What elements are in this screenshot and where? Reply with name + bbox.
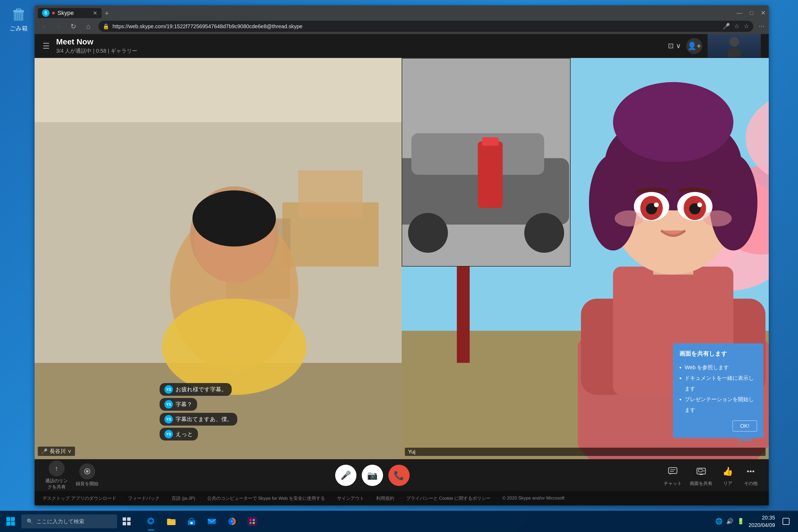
maximize-button[interactable]: □ (750, 10, 753, 17)
subtitle-bubble-1: YS 字幕？ (159, 398, 197, 411)
recycle-bin-icon[interactable]: ごみ箱 (8, 8, 29, 33)
browser-menu-button[interactable]: ⋯ (759, 23, 764, 30)
start-button[interactable] (0, 511, 21, 532)
video-grid: 🎤 長谷川 ∨ (35, 58, 769, 459)
footer-link-public[interactable]: 公共のコンピューターで Skype for Web を安全に使用する (207, 495, 325, 501)
minimize-button[interactable]: — (737, 10, 742, 17)
svg-point-9 (727, 48, 741, 57)
svg-point-57 (698, 203, 702, 207)
bookmark-icon[interactable]: ☆ (734, 23, 740, 30)
volume-icon[interactable]: 🔊 (726, 518, 733, 525)
edge-icon-button[interactable] (141, 511, 161, 532)
add-people-button[interactable]: 👤+ (686, 38, 702, 54)
skype-topbar: ☰ Meet Now 3/4 人が通話中 | 0:58 | ギャラリー ⊡ ∨ … (35, 34, 769, 58)
svg-point-61 (86, 470, 89, 473)
explorer-icon-button[interactable] (162, 511, 181, 532)
video-cell-right: yaki Yuj 画面を共有します Web を参照します ドキュメントを一緒に表… (402, 58, 769, 459)
url-text: https://web.skype.com/19:1522f7725695476… (113, 23, 720, 30)
mail-icon-button[interactable] (202, 511, 221, 532)
slack-icon-button[interactable] (243, 511, 262, 532)
mute-button[interactable]: 🎤 (335, 465, 357, 486)
end-call-button[interactable]: 📞 (388, 465, 410, 486)
firefox-icon (227, 516, 237, 527)
record-icon (79, 463, 95, 479)
task-view-button[interactable] (117, 511, 136, 532)
record-button[interactable]: 録音を開始 (76, 463, 98, 487)
firefox-icon-button[interactable] (222, 511, 242, 532)
share-option-doc[interactable]: ドキュメントを一緒に表示します (685, 373, 757, 394)
browser-addressbar: ‹ › ↻ ⌂ 🔒 https://web.skype.com/19:1522f… (35, 19, 769, 34)
browser-titlebar: S Skype ✕ + — □ ✕ (35, 5, 769, 19)
clock-time: 20:35 (748, 514, 775, 521)
share-link-button[interactable]: ↑ 通話のリンクを共有 (45, 460, 68, 490)
share-popup-ok-button[interactable]: OK! (733, 421, 757, 432)
taskbar-clock[interactable]: 20:35 2020/04/09 (748, 514, 775, 529)
more-options-label: その他 (744, 480, 758, 487)
camera-button-icon: 📷 (367, 470, 378, 480)
share-screen-button[interactable]: 画面を共有 (690, 464, 712, 487)
svg-rect-83 (167, 519, 171, 520)
footer-link-signout[interactable]: サインアウト (337, 495, 364, 501)
mic-icon: 🎤 (41, 448, 48, 455)
svg-rect-77 (11, 521, 15, 526)
skype-app: ☰ Meet Now 3/4 人が通話中 | 0:58 | ギャラリー ⊡ ∨ … (35, 34, 769, 506)
microphone-icon: 🎤 (723, 23, 730, 30)
read-mode-icon[interactable]: ☆ (744, 23, 749, 30)
tab-close-button[interactable]: ✕ (93, 10, 97, 16)
refresh-button[interactable]: ↻ (69, 22, 78, 31)
footer-link-privacy[interactable]: プライバシーと Cookie に関するポリシー (406, 495, 491, 501)
svg-point-18 (162, 299, 306, 395)
subtitle-area: YS お疲れ様です字幕。 YS 字幕？ YS 字幕出てますあ、僕。 YS えっと (159, 383, 237, 440)
home-button[interactable]: ⌂ (83, 22, 93, 31)
taskbar: 🔍 ここに入力して検索 (0, 511, 798, 532)
forward-button[interactable]: › (54, 22, 63, 31)
svg-point-36 (408, 213, 448, 253)
subtitle-avatar-2: YS (165, 415, 173, 423)
footer-link-language[interactable]: 言語 (ja-JP) (172, 495, 195, 501)
share-option-web[interactable]: Web を参照します (685, 362, 757, 373)
svg-rect-76 (6, 521, 11, 526)
subtitle-bubble-2: YS 字幕出てますあ、僕。 (159, 413, 237, 425)
browser-chrome: S Skype ✕ + — □ ✕ ‹ › ↻ ⌂ 🔒 https://web.… (35, 5, 769, 34)
subtitle-avatar-3: YS (165, 430, 173, 438)
chat-button[interactable]: チャット (664, 464, 682, 487)
subtitle-text-2: 字幕出てますあ、僕。 (175, 416, 232, 423)
store-icon (186, 516, 197, 527)
chat-label: チャット (664, 480, 682, 487)
share-screen-topbar-button[interactable]: ⊡ ∨ (668, 42, 681, 50)
close-button[interactable]: ✕ (761, 10, 765, 17)
new-tab-button[interactable]: + (105, 10, 109, 17)
address-bar[interactable]: 🔒 https://web.skype.com/19:1522f77256954… (98, 21, 753, 32)
record-label: 録音を開始 (76, 481, 98, 487)
recycle-bin-label: ごみ箱 (10, 24, 28, 33)
meeting-info-block: Meet Now 3/4 人が通話中 | 0:58 | ギャラリー (56, 37, 137, 55)
more-options-icon (743, 464, 758, 479)
svg-point-72 (750, 471, 752, 472)
call-controls-left: ↑ 通話のリンクを共有 録音を開始 (45, 460, 120, 490)
explorer-icon (166, 516, 177, 527)
svg-rect-79 (127, 517, 131, 521)
footer-link-terms[interactable]: 利用規約 (376, 495, 394, 501)
more-options-button[interactable]: その他 (743, 464, 758, 487)
store-icon-button[interactable] (182, 511, 201, 532)
share-popup-title: 画面を共有します (679, 350, 757, 358)
react-button[interactable]: 👍 リア (720, 464, 735, 487)
back-button[interactable]: ‹ (39, 22, 49, 31)
svg-point-37 (524, 213, 564, 253)
svg-rect-75 (11, 517, 15, 521)
self-video-inner (707, 34, 761, 62)
notification-button[interactable] (779, 511, 793, 532)
subtitle-avatar-0: YS (165, 385, 173, 394)
taskbar-search-icon: 🔍 (26, 518, 33, 525)
footer-copyright: © 2020 Skype and/or Microsoft (502, 496, 565, 501)
share-option-present[interactable]: プレゼンテーションを開始します (685, 394, 757, 415)
share-popup-list: Web を参照します ドキュメントを一緒に表示します プレゼンテーションを開始し… (679, 362, 757, 415)
footer-link-download[interactable]: デスクトップ アプリのダウンロード (42, 495, 116, 501)
camera-button[interactable]: 📷 (362, 465, 383, 486)
taskbar-search[interactable]: 🔍 ここに入力して検索 (21, 514, 117, 528)
browser-tab-skype[interactable]: S Skype ✕ (38, 8, 101, 18)
hamburger-menu-button[interactable]: ☰ (42, 41, 50, 51)
address-bar-icons: 🎤 ☆ ☆ (723, 23, 749, 30)
footer-link-feedback[interactable]: フィードバック (128, 495, 159, 501)
battery-icon: 🔋 (737, 518, 744, 525)
